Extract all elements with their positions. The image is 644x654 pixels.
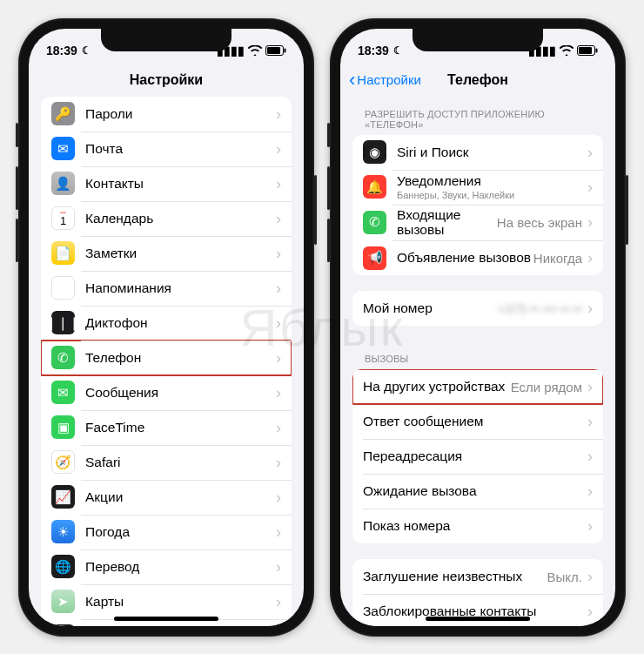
chevron-right-icon: › — [276, 420, 281, 435]
row-detail: На весь экран — [497, 215, 582, 230]
stocks-icon: 📈 — [51, 485, 75, 509]
notch — [101, 29, 231, 51]
row-incoming[interactable]: ✆ Входящие вызовы На весь экран › — [352, 205, 603, 241]
chevron-right-icon: › — [587, 145, 593, 160]
settings-row-facetime[interactable]: ▣ FaceTime › — [41, 410, 292, 445]
row-callerid[interactable]: Показ номера › — [352, 509, 603, 543]
settings-row-messages[interactable]: ✉︎ Сообщения › — [41, 375, 292, 410]
wifi-icon — [248, 45, 262, 56]
row-label: Перевод — [85, 559, 276, 575]
row-label: Заметки — [85, 246, 276, 261]
right-content[interactable]: РАЗРЕШИТЬ ДОСТУП ПРИЛОЖЕНИЮ «ТЕЛЕФОН» ◉ … — [340, 97, 615, 626]
row-waiting[interactable]: Ожидание вызова › — [352, 474, 603, 509]
back-button[interactable]: ‹ Настройки — [349, 71, 421, 90]
chevron-right-icon: › — [587, 569, 593, 584]
row-notif[interactable]: 🔔 Уведомления Баннеры, Звуки, Наклейки › — [352, 170, 603, 205]
settings-row-reminders[interactable]: ☰ Напоминания › — [41, 271, 292, 306]
chevron-right-icon: › — [587, 250, 593, 266]
row-detail: +375 •• ••• •• •• — [497, 301, 582, 316]
chevron-right-icon: › — [276, 211, 281, 226]
left-content[interactable]: 🔑 Пароли › ✉︎ Почта › 👤 Контакты › •••1 … — [29, 97, 304, 626]
status-time: 18:39 — [358, 44, 389, 57]
row-label: На других устройствах — [363, 379, 511, 394]
row-announce[interactable]: 📢 Объявление вызовов Никогда › — [352, 240, 603, 275]
row-blocked[interactable]: Заблокированные контакты › — [352, 594, 603, 625]
row-label: Показ номера — [363, 518, 587, 534]
row-label: Siri и Поиск — [397, 145, 587, 160]
battery-icon — [577, 45, 598, 56]
row-label: Ожидание вызова — [363, 483, 587, 499]
chevron-right-icon: › — [276, 559, 281, 575]
chevron-right-icon: › — [587, 448, 593, 464]
row-detail: Никогда — [533, 251, 582, 266]
settings-row-contacts[interactable]: 👤 Контакты › — [41, 166, 292, 201]
wifi-icon — [560, 45, 574, 56]
row-forward[interactable]: Переадресация › — [352, 439, 603, 474]
home-indicator[interactable] — [426, 617, 530, 621]
row-label: Календарь — [85, 211, 276, 226]
row-other-devices[interactable]: На других устройствах Если рядом › — [352, 369, 603, 404]
voice-icon: ❘❘❘ — [51, 311, 75, 334]
siri-icon: ◉ — [363, 140, 386, 164]
page-title: Телефон — [447, 72, 508, 88]
settings-row-safari[interactable]: 🧭 Safari › — [41, 445, 292, 480]
row-label: Переадресация — [363, 448, 587, 464]
row-silence[interactable]: Заглушение неизвестных Выкл. › — [352, 559, 603, 594]
settings-row-phone[interactable]: ✆ Телефон › — [41, 340, 292, 375]
chevron-right-icon: › — [587, 379, 593, 394]
battery-icon — [265, 45, 286, 56]
row-label: Карты — [85, 594, 276, 610]
section-header: РАЗРЕШИТЬ ДОСТУП ПРИЛОЖЕНИЮ «ТЕЛЕФОН» — [352, 97, 603, 135]
settings-row-maps[interactable]: ➤ Карты › — [41, 584, 292, 619]
chevron-right-icon: › — [276, 385, 281, 401]
settings-row-weather[interactable]: ☀︎ Погода › — [41, 515, 292, 549]
row-siri[interactable]: ◉ Siri и Поиск › — [352, 135, 603, 170]
row-label: Safari — [85, 455, 276, 470]
chevron-left-icon: ‹ — [349, 71, 355, 90]
chevron-right-icon: › — [276, 106, 281, 122]
row-label: Объявление вызовов — [397, 250, 533, 266]
row-label: Сообщения — [85, 385, 276, 401]
announce-icon: 📢 — [363, 246, 386, 270]
facetime-icon: ▣ — [51, 415, 75, 439]
settings-row-notes[interactable]: 📄 Заметки › — [41, 236, 292, 271]
settings-row-passwords[interactable]: 🔑 Пароли › — [41, 97, 292, 131]
settings-row-mail[interactable]: ✉︎ Почта › — [41, 131, 292, 166]
settings-row-calendar[interactable]: •••1 Календарь › — [41, 201, 292, 236]
chevron-right-icon: › — [276, 176, 281, 192]
phone-icon: ✆ — [51, 346, 75, 369]
dnd-icon: ☾ — [393, 44, 403, 57]
safari-icon: 🧭 — [51, 450, 75, 474]
row-label: Телефон — [85, 350, 276, 366]
chevron-right-icon: › — [276, 280, 281, 296]
chevron-right-icon: › — [587, 414, 593, 429]
home-indicator[interactable] — [114, 617, 218, 621]
translate-icon: 🌐 — [51, 555, 75, 578]
svg-rect-5 — [596, 48, 598, 52]
incoming-icon: ✆ — [363, 211, 386, 234]
section-header-calls: ВЫЗОВЫ — [352, 341, 603, 369]
row-reply[interactable]: Ответ сообщением › — [352, 404, 603, 439]
settings-row-stocks[interactable]: 📈 Акции › — [41, 480, 292, 515]
dnd-icon: ☾ — [82, 44, 91, 57]
chevron-right-icon: › — [276, 594, 281, 610]
row-label: Мой номер — [363, 300, 497, 316]
row-mynumber[interactable]: Мой номер +375 •• ••• •• •• › — [352, 291, 603, 326]
back-label: Настройки — [357, 72, 421, 87]
row-label: Диктофон — [85, 315, 276, 331]
passwords-icon: 🔑 — [51, 102, 75, 125]
chevron-right-icon: › — [587, 300, 593, 316]
compass-icon: ✦ — [51, 624, 75, 626]
phone-left: 18:39 ☾ ▮▮▮▮ Настройки 🔑 Пароли › ✉︎ Поч… — [18, 18, 314, 637]
chevron-right-icon: › — [276, 524, 281, 540]
chevron-right-icon: › — [276, 350, 281, 366]
settings-row-voice[interactable]: ❘❘❘ Диктофон › — [41, 306, 292, 340]
svg-rect-1 — [267, 47, 280, 54]
chevron-right-icon: › — [276, 141, 281, 157]
settings-row-translate[interactable]: 🌐 Перевод › — [41, 549, 292, 584]
svg-rect-4 — [579, 47, 592, 54]
chevron-right-icon: › — [276, 315, 281, 331]
chevron-right-icon: › — [587, 603, 593, 619]
notif-icon: 🔔 — [363, 175, 386, 199]
chevron-right-icon: › — [587, 518, 593, 534]
